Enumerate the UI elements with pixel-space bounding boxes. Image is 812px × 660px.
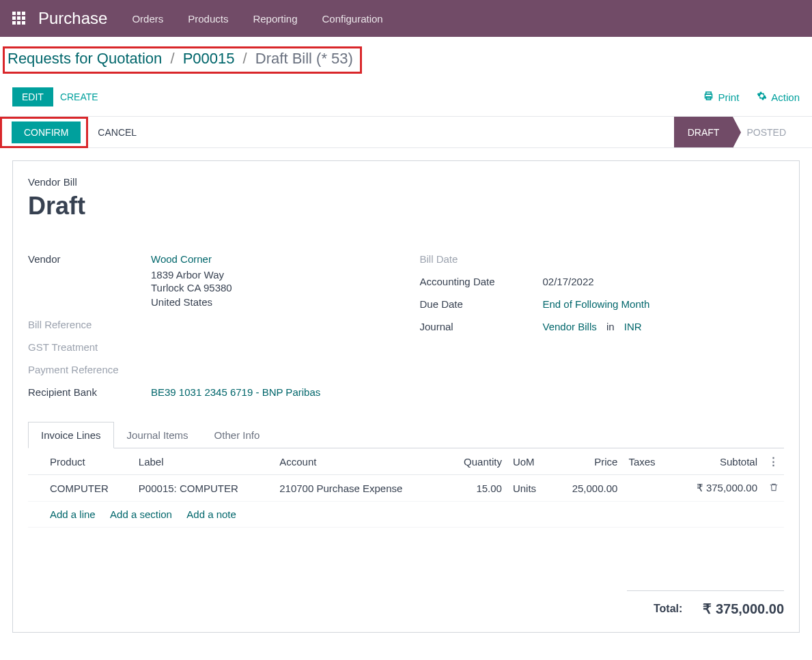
svg-rect-0 bbox=[12, 12, 16, 15]
svg-rect-2 bbox=[22, 12, 25, 15]
form-left-column: Vendor Wood Corner 1839 Arbor Way Turloc… bbox=[28, 248, 393, 403]
breadcrumb: Requests for Quotation / P00015 / Draft … bbox=[8, 50, 353, 67]
add-section-link[interactable]: Add a section bbox=[110, 508, 172, 520]
svg-rect-7 bbox=[17, 21, 20, 25]
breadcrumb-area: Requests for Quotation / P00015 / Draft … bbox=[0, 37, 812, 76]
due-date-value[interactable]: End of Following Month bbox=[543, 298, 785, 310]
cell-account: 210700 Purchase Expense bbox=[274, 475, 445, 502]
table-row[interactable]: COMPUTER P00015: COMPUTER 210700 Purchas… bbox=[28, 475, 784, 502]
top-nav: Purchase Orders Products Reporting Confi… bbox=[0, 0, 812, 37]
tabs: Invoice Lines Journal Items Other Info bbox=[28, 421, 784, 448]
vendor-address-line3: United States bbox=[151, 296, 393, 308]
print-button[interactable]: Print bbox=[703, 91, 739, 103]
col-price: Price bbox=[551, 448, 623, 475]
col-quantity: Quantity bbox=[445, 448, 507, 475]
totals-area: Total: ₹ 375,000.00 bbox=[28, 582, 784, 617]
recipient-bank-label: Recipient Bank bbox=[28, 386, 151, 398]
action-bar: EDIT CREATE Print Action bbox=[0, 76, 812, 116]
svg-rect-8 bbox=[22, 21, 25, 25]
column-options-icon[interactable]: ⋮ bbox=[768, 455, 779, 467]
form-sheet: Vendor Bill Draft Vendor Wood Corner 183… bbox=[12, 160, 800, 633]
edit-button[interactable]: EDIT bbox=[12, 87, 53, 106]
cell-taxes bbox=[623, 475, 671, 502]
payment-reference-label: Payment Reference bbox=[28, 364, 151, 375]
tab-invoice-lines[interactable]: Invoice Lines bbox=[28, 422, 114, 448]
journal-currency[interactable]: INR bbox=[624, 321, 642, 332]
stage-draft[interactable]: DRAFT bbox=[674, 117, 733, 147]
col-product: Product bbox=[44, 448, 133, 475]
breadcrumb-current: Draft Bill (* 53) bbox=[255, 50, 353, 67]
col-taxes: Taxes bbox=[623, 448, 671, 475]
menu-configuration[interactable]: Configuration bbox=[322, 13, 382, 25]
bill-reference-value bbox=[151, 319, 393, 330]
vendor-address-line2: Turlock CA 95380 bbox=[151, 282, 393, 293]
journal-value[interactable]: Vendor Bills bbox=[543, 321, 597, 332]
due-date-label: Due Date bbox=[420, 298, 543, 310]
svg-rect-3 bbox=[12, 16, 16, 20]
doc-status: Draft bbox=[28, 192, 784, 220]
doc-type-label: Vendor Bill bbox=[28, 176, 784, 188]
create-button[interactable]: CREATE bbox=[60, 91, 98, 102]
cell-price: 25,000.00 bbox=[551, 475, 623, 502]
accounting-date-value: 02/17/2022 bbox=[543, 276, 785, 287]
breadcrumb-sep: / bbox=[243, 50, 247, 67]
breadcrumb-sep: / bbox=[170, 50, 174, 67]
payment-reference-value bbox=[151, 364, 393, 375]
vendor-label: Vendor bbox=[28, 253, 151, 308]
bill-date-label: Bill Date bbox=[420, 253, 543, 265]
tab-journal-items[interactable]: Journal Items bbox=[114, 422, 201, 448]
status-stages: DRAFT POSTED bbox=[674, 117, 800, 147]
cell-subtotal: ₹ 375,000.00 bbox=[671, 475, 763, 502]
action-label: Action bbox=[771, 91, 800, 103]
print-label: Print bbox=[718, 91, 739, 103]
confirm-button[interactable]: CONFIRM bbox=[12, 121, 81, 143]
gear-icon bbox=[757, 91, 767, 103]
bill-reference-label: Bill Reference bbox=[28, 319, 151, 330]
bill-date-value bbox=[543, 253, 785, 265]
accounting-date-label: Accounting Date bbox=[420, 276, 543, 287]
cancel-button[interactable]: CANCEL bbox=[98, 127, 137, 138]
menu-products[interactable]: Products bbox=[188, 13, 228, 25]
print-icon bbox=[703, 91, 714, 103]
stage-posted[interactable]: POSTED bbox=[733, 117, 800, 147]
vendor-address-line1: 1839 Arbor Way bbox=[151, 269, 393, 281]
menu-orders[interactable]: Orders bbox=[132, 13, 163, 25]
journal-label: Journal bbox=[420, 321, 543, 332]
vendor-name[interactable]: Wood Corner bbox=[151, 253, 393, 265]
gst-treatment-value bbox=[151, 341, 393, 353]
col-uom: UoM bbox=[507, 448, 551, 475]
col-subtotal: Subtotal bbox=[671, 448, 763, 475]
svg-rect-6 bbox=[12, 21, 16, 25]
svg-rect-4 bbox=[17, 16, 20, 20]
gst-treatment-label: GST Treatment bbox=[28, 341, 151, 353]
apps-icon[interactable] bbox=[12, 12, 26, 25]
total-value: ₹ 375,000.00 bbox=[703, 601, 784, 617]
action-dropdown[interactable]: Action bbox=[757, 91, 800, 103]
invoice-lines-table: Product Label Account Quantity UoM Price… bbox=[28, 448, 784, 528]
recipient-bank-value[interactable]: BE39 1031 2345 6719 - BNP Paribas bbox=[151, 386, 393, 398]
cell-uom: Units bbox=[507, 475, 551, 502]
cell-product: COMPUTER bbox=[44, 475, 133, 502]
form-right-column: Bill Date Accounting Date 02/17/2022 Due… bbox=[420, 248, 785, 403]
add-line-link[interactable]: Add a line bbox=[50, 508, 96, 520]
cell-label: P00015: COMPUTER bbox=[133, 475, 274, 502]
cell-quantity: 15.00 bbox=[445, 475, 507, 502]
add-note-link[interactable]: Add a note bbox=[186, 508, 236, 520]
breadcrumb-root[interactable]: Requests for Quotation bbox=[8, 50, 162, 67]
journal-in: in bbox=[606, 321, 615, 332]
app-brand[interactable]: Purchase bbox=[38, 9, 107, 28]
delete-row-icon[interactable] bbox=[769, 483, 779, 494]
col-label: Label bbox=[133, 448, 274, 475]
breadcrumb-mid[interactable]: P00015 bbox=[183, 50, 235, 67]
menu-reporting[interactable]: Reporting bbox=[253, 13, 297, 25]
svg-rect-1 bbox=[17, 12, 20, 15]
col-account: Account bbox=[274, 448, 445, 475]
total-label: Total: bbox=[654, 603, 682, 615]
svg-rect-5 bbox=[22, 16, 25, 20]
status-bar: CONFIRM CANCEL DRAFT POSTED bbox=[0, 116, 812, 148]
tab-other-info[interactable]: Other Info bbox=[201, 422, 273, 448]
